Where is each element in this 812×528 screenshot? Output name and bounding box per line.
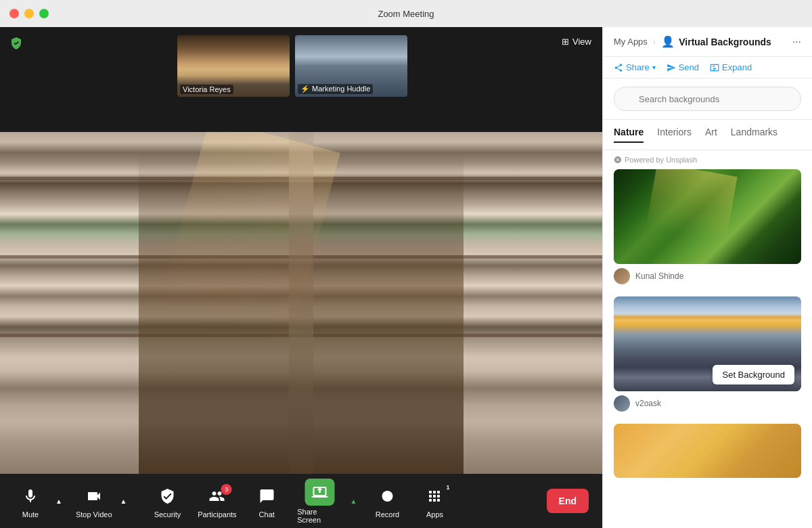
virtual-bg-icon: 👤 — [661, 35, 675, 48]
apps-label: Apps — [426, 510, 443, 519]
search-area — [603, 79, 812, 120]
expand-action-label: Expand — [722, 62, 752, 72]
video-chevron[interactable]: ▲ — [120, 498, 127, 505]
panel-title-text: Virtual Backgrounds — [679, 37, 771, 47]
tab-interiors-label: Interiors — [657, 127, 692, 137]
panel-actions: Share ▾ Send Expand — [603, 57, 812, 79]
right-panel: My Apps › 👤 Virtual Backgrounds ··· Shar… — [602, 27, 812, 528]
video-icon — [81, 484, 108, 508]
search-input[interactable] — [614, 87, 801, 111]
participants-button[interactable]: 3 Participants — [198, 484, 237, 519]
top-bar: Victoria Reyes ⚡ Marketing Huddle ⊞ View — [0, 27, 602, 132]
more-menu-button[interactable]: ··· — [792, 36, 801, 48]
participant-name-marketing: ⚡ Marketing Huddle — [298, 84, 373, 94]
participants-count: 3 — [221, 484, 232, 495]
mic-icon — [17, 484, 44, 508]
send-action-label: Send — [679, 62, 699, 72]
stop-video-label: Stop Video — [76, 510, 112, 519]
bg-item-forest[interactable]: Kunal Shinde — [614, 169, 801, 288]
main-wrapper: Victoria Reyes ⚡ Marketing Huddle ⊞ View — [0, 27, 812, 528]
share-action-button[interactable]: Share ▾ — [614, 62, 656, 72]
grid-icon: ⊞ — [562, 37, 569, 47]
toolbar: Mute ▲ Stop Video ▲ — [0, 474, 602, 528]
mute-chevron[interactable]: ▲ — [55, 498, 62, 505]
bg-item-mountains[interactable]: Set Background v2oask — [614, 296, 801, 416]
apps-count: 1 — [446, 484, 449, 491]
tab-art[interactable]: Art — [705, 127, 717, 143]
record-button[interactable]: Record — [371, 484, 405, 519]
view-button[interactable]: ⊞ View — [562, 37, 591, 47]
participant-thumbnails: Victoria Reyes ⚡ Marketing Huddle — [176, 34, 409, 98]
author-avatar-2 — [614, 395, 630, 412]
record-label: Record — [376, 510, 399, 519]
security-button[interactable]: Security — [151, 484, 185, 519]
chat-label: Chat — [259, 510, 275, 519]
send-action-button[interactable]: Send — [667, 62, 699, 72]
thumbnail-victoria[interactable]: Victoria Reyes — [176, 34, 291, 98]
share-screen-button[interactable]: Share Screen — [297, 479, 342, 524]
panel-header-left: My Apps › 👤 Virtual Backgrounds — [614, 35, 771, 48]
powered-by: Powered by Unsplash — [603, 150, 812, 169]
close-button[interactable] — [9, 9, 19, 18]
tab-nature[interactable]: Nature — [614, 127, 644, 143]
participants-label: Participants — [198, 510, 236, 519]
tab-interiors[interactable]: Interiors — [657, 127, 692, 143]
end-button[interactable]: End — [547, 489, 589, 513]
author-avatar-1 — [614, 268, 630, 284]
bg-item-sunset[interactable] — [614, 424, 801, 478]
panel-header: My Apps › 👤 Virtual Backgrounds ··· — [603, 27, 812, 57]
backgrounds-list: Kunal Shinde Set Background v2oask — [603, 169, 812, 528]
minimize-button[interactable] — [24, 9, 34, 18]
toolbar-right: End — [547, 489, 589, 513]
panel-title: 👤 Virtual Backgrounds — [661, 35, 771, 48]
video-area: Victoria Reyes ⚡ Marketing Huddle ⊞ View — [0, 27, 602, 528]
traffic-lights — [9, 9, 49, 18]
video-background — [0, 132, 602, 474]
bg-sunset-image — [614, 424, 801, 478]
bg-author-1: Kunal Shinde — [614, 264, 801, 288]
shield-icon — [154, 484, 181, 508]
powered-by-text: Powered by Unsplash — [625, 156, 697, 164]
mute-button[interactable]: Mute — [14, 484, 47, 519]
author-name-2: v2oask — [635, 399, 661, 408]
security-badge — [9, 37, 23, 53]
toolbar-left: Mute ▲ Stop Video ▲ — [14, 484, 127, 519]
title-bar: Zoom Meeting — [0, 0, 812, 27]
search-container — [614, 87, 801, 111]
share-icon — [304, 479, 334, 506]
mute-label: Mute — [22, 510, 39, 519]
apps-icon: 1 — [422, 484, 449, 508]
share-chevron[interactable]: ▲ — [351, 498, 357, 505]
share-action-label: Share — [626, 62, 650, 72]
stop-video-button[interactable]: Stop Video — [76, 484, 112, 519]
bg-mountains-image: Set Background — [614, 296, 801, 391]
bg-forest-image — [614, 169, 801, 264]
security-label: Security — [154, 510, 181, 519]
chat-icon — [253, 484, 280, 508]
view-label: View — [572, 37, 591, 47]
toolbar-center: Security 3 Participants — [151, 479, 452, 524]
chat-button[interactable]: Chat — [250, 484, 284, 519]
tab-landmarks-label: Landmarks — [731, 127, 777, 137]
apps-button[interactable]: 1 Apps — [418, 484, 452, 519]
people-icon: 3 — [204, 484, 231, 508]
participant-name-victoria: Victoria Reyes — [180, 85, 233, 94]
share-chevron-icon: ▾ — [652, 64, 656, 71]
set-background-button[interactable]: Set Background — [713, 365, 794, 384]
tab-nature-label: Nature — [614, 127, 644, 137]
expand-action-button[interactable]: Expand — [710, 62, 752, 72]
my-apps-link[interactable]: My Apps — [614, 37, 648, 47]
thumbnail-marketing[interactable]: ⚡ Marketing Huddle — [294, 34, 409, 98]
tabs-area: Nature Interiors Art Landmarks — [603, 120, 812, 150]
svg-point-0 — [382, 491, 393, 502]
tab-landmarks[interactable]: Landmarks — [731, 127, 777, 143]
record-icon — [374, 484, 401, 508]
main-video — [0, 132, 602, 474]
bg-author-2: v2oask — [614, 391, 801, 416]
fullscreen-button[interactable] — [39, 9, 49, 18]
author-name-1: Kunal Shinde — [635, 271, 683, 281]
window-title: Zoom Meeting — [378, 9, 434, 19]
tab-art-label: Art — [705, 127, 717, 137]
share-screen-label: Share Screen — [297, 508, 342, 524]
